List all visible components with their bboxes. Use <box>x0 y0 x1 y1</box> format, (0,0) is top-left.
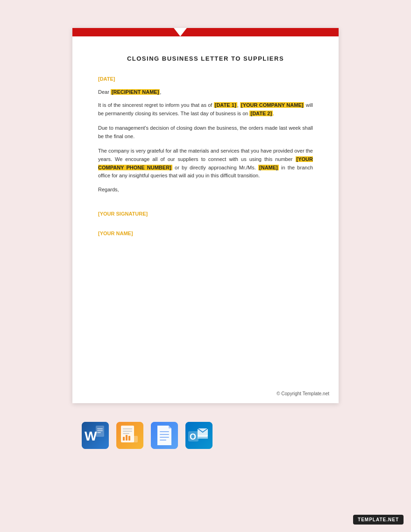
salutation-dear: Dear <box>98 89 111 95</box>
svg-text:W: W <box>85 429 97 443</box>
document-signature: [YOUR SIGNATURE] <box>98 211 313 217</box>
top-bar-decoration <box>72 28 339 36</box>
svg-rect-16 <box>160 431 169 432</box>
contact-name: [NAME] <box>258 165 279 170</box>
para3-mid: or by directly approaching Mr./Ms. <box>172 165 258 170</box>
svg-rect-9 <box>123 431 132 432</box>
svg-rect-8 <box>123 428 132 429</box>
para3-before: The company is very grateful for all the… <box>98 148 313 162</box>
svg-rect-3 <box>97 430 103 431</box>
svg-rect-13 <box>128 436 130 441</box>
svg-rect-11 <box>123 437 125 441</box>
recipient-name: [RECIPIENT NAME] <box>111 89 160 95</box>
svg-rect-12 <box>126 435 128 441</box>
template-badge: TEMPLATE.NET <box>353 515 404 525</box>
word-icon[interactable]: W <box>82 422 109 449</box>
app-icons-row: W <box>82 422 213 449</box>
para1-end: . <box>273 111 274 116</box>
company-name: [YOUR COMPANY NAME] <box>240 102 304 108</box>
paragraph-2: Due to management's decision of closing … <box>98 124 313 140</box>
outlook-icon[interactable]: O <box>185 422 213 449</box>
svg-rect-18 <box>160 437 169 438</box>
document-date: [DATE] <box>98 76 313 82</box>
google-docs-icon[interactable] <box>151 422 178 449</box>
svg-rect-10 <box>123 433 129 434</box>
para1-before: It is of the sincerest regret to inform … <box>98 102 214 108</box>
paragraph-3: The company is very grateful for all the… <box>98 147 313 180</box>
svg-rect-24 <box>198 435 208 439</box>
document-salutation: Dear [RECIPIENT NAME], <box>98 89 313 95</box>
document-your-name: [YOUR NAME] <box>98 231 313 236</box>
svg-text:O: O <box>190 432 196 441</box>
document-footer: © Copyright Template.net <box>72 386 339 403</box>
svg-rect-14 <box>133 436 138 442</box>
salutation-comma: , <box>160 89 161 95</box>
document-title: CLOSING BUSINESS LETTER TO SUPPLIERS <box>98 55 313 62</box>
svg-rect-4 <box>97 432 101 433</box>
svg-rect-17 <box>160 434 169 435</box>
date1: [DATE 1] <box>214 102 237 108</box>
svg-rect-2 <box>97 428 103 429</box>
document-container: CLOSING BUSINESS LETTER TO SUPPLIERS [DA… <box>72 28 339 403</box>
document-content: CLOSING BUSINESS LETTER TO SUPPLIERS [DA… <box>72 36 339 386</box>
svg-rect-19 <box>160 440 166 441</box>
copyright-text: © Copyright Template.net <box>276 391 329 396</box>
paragraph-1: It is of the sincerest regret to inform … <box>98 101 313 118</box>
date2: [DATE 2] <box>249 111 273 116</box>
pages-icon[interactable] <box>116 422 143 449</box>
document-regards: Regards, <box>98 187 313 192</box>
